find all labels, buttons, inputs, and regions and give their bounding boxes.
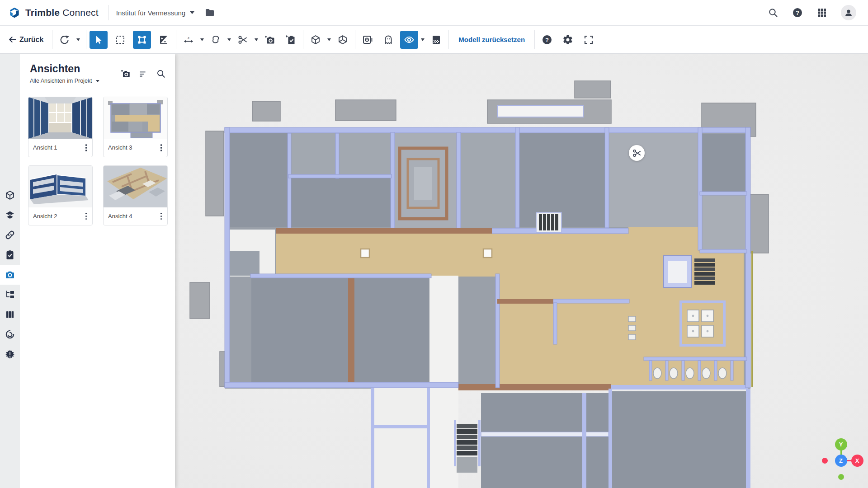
axis-gizmo[interactable]: Y Z X: [813, 432, 868, 488]
rail-item-todos[interactable]: [0, 245, 20, 265]
marquee-select-button[interactable]: [111, 31, 129, 49]
layers-icon: [5, 210, 15, 221]
framed-view-icon: [362, 34, 373, 45]
rail-item-models[interactable]: [0, 185, 20, 205]
measure-tool-button[interactable]: [179, 31, 198, 49]
camera-plus-icon: [121, 69, 131, 79]
add-view-button[interactable]: [121, 69, 131, 79]
arrow-left-icon: [8, 35, 17, 44]
back-label: Zurück: [19, 36, 43, 44]
folder-icon: [204, 7, 215, 18]
toolbar-separator: [448, 30, 449, 49]
search-icon: [768, 7, 778, 18]
tree-folders-icon: [5, 289, 15, 300]
view-card-menu-button[interactable]: [159, 212, 164, 221]
view-cube-dropdown[interactable]: [325, 31, 334, 49]
back-button[interactable]: Zurück: [6, 35, 49, 44]
rail-item-orbit-settings[interactable]: [0, 324, 20, 344]
lasso-tool-button[interactable]: [207, 31, 225, 49]
section-plane-handle[interactable]: [629, 145, 645, 161]
orbit-tool-button[interactable]: [56, 31, 74, 49]
section-tool-dropdown[interactable]: [252, 31, 261, 49]
cube-icon: [310, 34, 321, 45]
camera-icon: [5, 269, 15, 280]
project-selector[interactable]: Institut für Vermessung: [116, 9, 194, 17]
clipboard-check-icon: [5, 249, 15, 260]
visibility-eye-icon: [404, 34, 415, 45]
dither-icon: [431, 34, 442, 45]
orbit-tool-dropdown[interactable]: [74, 31, 83, 49]
search-views-button[interactable]: [156, 69, 166, 79]
view-card[interactable]: Ansicht 4: [103, 165, 168, 225]
help-button[interactable]: [792, 7, 803, 18]
axis-x-handle[interactable]: X: [851, 455, 863, 467]
view-thumbnail-floorplan[interactable]: [104, 97, 167, 139]
axis-x-label: X: [855, 457, 859, 464]
swirl-icon: [5, 329, 15, 340]
transform-tool-button[interactable]: [133, 31, 151, 49]
view-thumbnail-exterior[interactable]: [28, 166, 92, 207]
wireframe-cube-button[interactable]: [334, 31, 352, 49]
view-card-menu-button[interactable]: [84, 143, 89, 152]
app-header: Trimble Connect Institut für Vermessung: [0, 0, 868, 26]
select-tool-button[interactable]: [90, 31, 108, 49]
add-snapshot-button[interactable]: [261, 31, 279, 49]
viewer-toolbar: Zurück Modell zurücksetzen: [0, 26, 868, 54]
ghost-icon: [383, 34, 394, 45]
view-thumbnail-isometric[interactable]: [104, 166, 167, 207]
view-card[interactable]: Ansicht 2: [28, 165, 93, 225]
view-card[interactable]: Ansicht 1: [28, 97, 93, 157]
measure-icon: [183, 34, 194, 45]
measure-tool-dropdown[interactable]: [198, 31, 207, 49]
toolbar-separator: [52, 30, 52, 49]
search-button[interactable]: [768, 7, 778, 18]
sort-views-button[interactable]: [138, 69, 148, 79]
framed-view-button[interactable]: [359, 31, 377, 49]
trimble-connect-logo[interactable]: Trimble Connect: [0, 0, 108, 25]
help-icon: [542, 34, 552, 45]
settings-gear-icon: [562, 34, 573, 45]
toolbar-help-button[interactable]: [538, 31, 556, 49]
visibility-button[interactable]: [400, 31, 418, 49]
view-thumbnail-atrium[interactable]: [28, 97, 92, 139]
lasso-tool-dropdown[interactable]: [225, 31, 234, 49]
rail-item-hierarchy[interactable]: [0, 285, 20, 305]
reset-model-button[interactable]: Modell zurücksetzen: [452, 36, 531, 43]
section-tool-button[interactable]: [234, 31, 252, 49]
toolbar-separator: [534, 30, 535, 49]
cube-wire-icon: [337, 34, 348, 45]
chevron-down-icon: [96, 80, 99, 82]
settings-button[interactable]: [559, 31, 577, 49]
axis-y-negative-handle[interactable]: [838, 474, 844, 480]
dither-mode-button[interactable]: [427, 31, 445, 49]
ghost-mode-button[interactable]: [379, 31, 397, 49]
rail-item-layers[interactable]: [0, 205, 20, 225]
rail-item-clashes[interactable]: [0, 344, 20, 364]
axis-z-handle[interactable]: Z: [835, 455, 847, 467]
invert-selection-button[interactable]: [155, 31, 173, 49]
toolbar-separator: [86, 30, 86, 49]
chevron-down-icon: [190, 11, 194, 14]
rail-item-tables[interactable]: [0, 305, 20, 324]
scissors-icon: [632, 148, 642, 158]
view-cube-button[interactable]: [307, 31, 325, 49]
axis-x-negative-handle[interactable]: [822, 458, 828, 464]
view-card-menu-button[interactable]: [159, 143, 164, 152]
toolbar-separator: [303, 30, 303, 49]
transform-icon: [137, 34, 147, 45]
view-card-menu-button[interactable]: [84, 212, 89, 221]
account-button[interactable]: [841, 5, 856, 20]
views-filter-dropdown[interactable]: Alle Ansichten im Projekt: [30, 78, 121, 84]
rail-item-links[interactable]: [0, 225, 20, 245]
apps-button[interactable]: [816, 7, 827, 18]
axis-y-handle[interactable]: Y: [835, 438, 847, 450]
visibility-dropdown[interactable]: [418, 31, 427, 49]
view-card[interactable]: Ansicht 3: [103, 97, 168, 157]
clipboard-plus-icon: [285, 34, 296, 45]
scissors-icon: [237, 34, 248, 45]
add-todo-button[interactable]: [282, 31, 300, 49]
project-folder-button[interactable]: [204, 7, 215, 18]
brand-name: Trimble Connect: [25, 7, 99, 18]
fullscreen-button[interactable]: [580, 31, 598, 49]
rail-item-views[interactable]: [0, 265, 20, 285]
